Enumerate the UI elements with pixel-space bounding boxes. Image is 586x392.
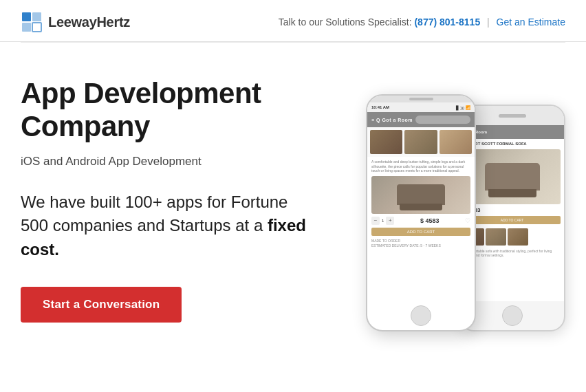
phone-status-bar-front: 10:41 AM ▊ ))) 📶: [367, 102, 475, 112]
back-add-btn: ADD TO CART: [464, 216, 561, 224]
divider: |: [487, 17, 490, 28]
price-tag: $ 4583: [420, 217, 440, 224]
app-header-search: [415, 116, 470, 124]
back-thumb-3: [508, 228, 528, 246]
qty-increase: +: [386, 217, 394, 225]
sofa-shape: [397, 184, 445, 205]
phone-content-front: ≡ Q Got a Room A comfortable and deep bu…: [367, 112, 475, 301]
svg-rect-0: [22, 12, 31, 21]
price-display: $ 4583: [420, 217, 440, 224]
status-icons: ▊ ))) 📶: [456, 105, 470, 110]
logo-icon: [21, 11, 43, 33]
product-desc: A comfortable and deep button-tufting, s…: [371, 160, 470, 173]
estimate-link[interactable]: Get an Estimate: [497, 17, 565, 28]
phone-mockup-front: 10:41 AM ▊ ))) 📶 ≡ Q Got a Room A comfor…: [366, 94, 476, 331]
main-title: App Development Company: [21, 77, 345, 144]
svg-rect-1: [32, 12, 41, 21]
product-image-main: [371, 176, 470, 214]
price-row: − 1 + $ 4583 ♡: [371, 217, 470, 225]
product-thumb-3: [440, 130, 472, 154]
qty-decrease: −: [371, 217, 380, 225]
speaker-slot: [409, 98, 433, 100]
back-thumbs: [464, 227, 561, 247]
site-header: LeewayHertz Talk to our Solutions Specia…: [0, 0, 586, 42]
qty-value: 1: [382, 219, 384, 223]
phone-speaker-back: [499, 114, 526, 118]
phone-home-btn-front: [411, 305, 431, 326]
logo-area: LeewayHertz: [21, 11, 130, 33]
qty-ctrl: − 1 +: [371, 217, 394, 225]
app-header-logo: ≡ Q Got a Room: [371, 118, 413, 122]
tagline-text: Talk to our Solutions Specialist:: [279, 17, 412, 28]
product-detail-front: A comfortable and deep button-tufting, s…: [367, 157, 475, 251]
hero-text: App Development Company iOS and Android …: [21, 70, 345, 323]
product-thumbs: [367, 127, 475, 157]
phone-speaker-bar: [367, 96, 475, 102]
main-content: App Development Company iOS and Android …: [0, 43, 586, 352]
back-price: $ 4583: [464, 207, 561, 213]
status-time: 10:41 AM: [371, 105, 389, 109]
product-thumb-2: [404, 130, 437, 154]
back-product-image: [464, 149, 561, 204]
back-desc: A comfortable sofa with traditional styl…: [464, 249, 561, 258]
back-product-name: STUART SCOTT FORMAL SOFA: [464, 142, 561, 147]
header-contact: Talk to our Solutions Specialist: (877) …: [279, 15, 565, 30]
start-conversation-button[interactable]: Start a Conversation: [21, 287, 182, 323]
heart-icon: ♡: [465, 217, 470, 224]
hero-subtitle: iOS and Android App Development: [21, 155, 345, 168]
svg-rect-2: [22, 23, 31, 32]
phone-home-btn-back: [502, 305, 523, 326]
back-thumb-2: [486, 228, 506, 246]
add-to-cart-btn: ADD TO CART: [371, 228, 470, 236]
order-info: MADE TO ORDER ESTIMATED DELIVERY DATE: 5…: [371, 239, 470, 248]
phone-mockups: Got a Room STUART SCOTT FORMAL SOFA $ 45…: [359, 70, 565, 331]
app-header-front: ≡ Q Got a Room: [367, 112, 475, 127]
phone-link[interactable]: (877) 801-8115: [414, 17, 480, 28]
product-thumb-1: [370, 130, 402, 154]
hero-description: We have built 100+ apps for Fortune 500 …: [21, 190, 310, 262]
logo-text: LeewayHertz: [48, 14, 130, 30]
svg-rect-3: [32, 23, 41, 32]
